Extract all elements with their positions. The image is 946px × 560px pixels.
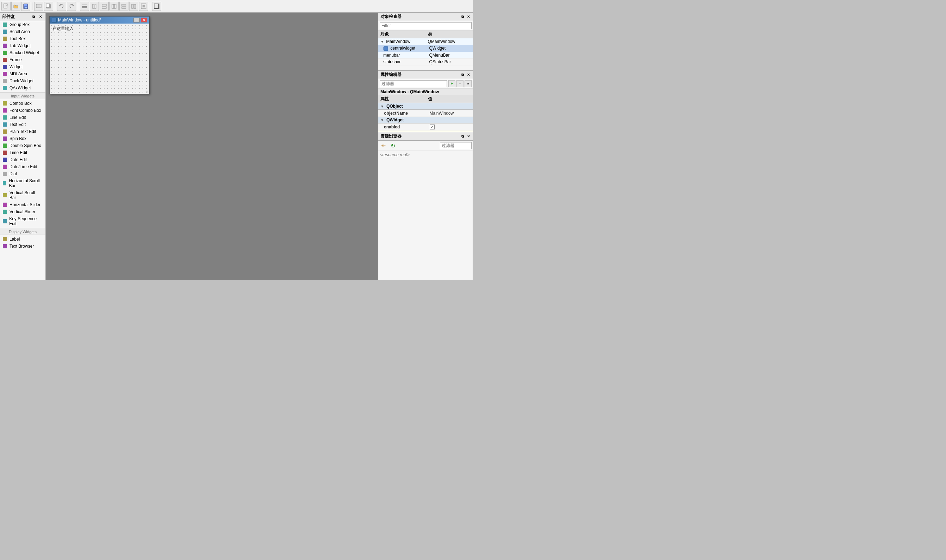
prop-row-geometry[interactable]: ▶geometry [(0, 0), 519 x 374]: [378, 131, 473, 132]
enabled-checkbox[interactable]: ✓: [430, 125, 434, 129]
prop-add-icon[interactable]: +: [448, 80, 455, 87]
window-resize-handle[interactable]: ⠿: [146, 91, 148, 93]
prop-row-object-name[interactable]: objectName MainWindow: [378, 110, 473, 117]
toolbar-copy-btn[interactable]: [44, 2, 53, 11]
window-content[interactable]: 在这里输入 ⠿: [49, 23, 149, 94]
widget-item-tool-box[interactable]: Tool Box: [0, 35, 45, 42]
resource-filter-input[interactable]: [440, 142, 471, 149]
svg-rect-20: [132, 4, 133, 8]
widget-item-combo-box[interactable]: Combo Box: [0, 100, 45, 107]
widget-item-date-time-edit[interactable]: Date/Time Edit: [0, 163, 45, 170]
widget-item-key-sequence-edit[interactable]: Key Sequence Edit: [0, 215, 45, 227]
prop-section-qwidget[interactable]: ▼ QWidget: [378, 117, 473, 123]
prop-col-property: 属性: [378, 95, 426, 103]
widget-item-label[interactable]: Label: [0, 236, 45, 243]
window-title-left: MainWindow - untitled*: [52, 18, 101, 23]
prop-value-objectname[interactable]: MainWindow: [428, 111, 473, 116]
qobject-section-label: QObject: [387, 104, 403, 109]
inspector-obj-mainwindow: ▼ MainWindow: [378, 38, 426, 45]
property-editor-close-btn[interactable]: ✕: [466, 72, 471, 77]
widget-item-vertical-scroll-bar[interactable]: Vertical Scroll Bar: [0, 189, 45, 201]
inspector-row-statusbar[interactable]: statusbar QStatusBar: [378, 59, 473, 65]
property-editor-float-btn[interactable]: ⧉: [460, 72, 465, 77]
widget-item-qax-widget[interactable]: QAxWidget: [0, 85, 45, 91]
toolbar-align6-btn[interactable]: [129, 2, 138, 11]
widget-item-widget[interactable]: Widget: [0, 63, 45, 70]
resource-refresh-btn[interactable]: ↻: [389, 142, 397, 149]
widget-item-dial[interactable]: Dial: [0, 170, 45, 177]
inspector-row-mainwindow[interactable]: ▼ MainWindow QMainWindow: [378, 38, 473, 45]
toolbar-redo-btn[interactable]: [67, 2, 76, 11]
prop-edit-icon[interactable]: ✏: [465, 80, 471, 87]
time-edit-icon: [3, 151, 7, 155]
window-titlebar[interactable]: MainWindow - untitled* ─ ✕: [49, 17, 149, 23]
resource-browser-float-btn[interactable]: ⧉: [460, 134, 465, 139]
widget-item-label: Frame: [9, 57, 22, 62]
inspector-row-menubar[interactable]: menubar QMenuBar: [378, 52, 473, 59]
widget-item-text-browser[interactable]: Text Browser: [0, 243, 45, 250]
resource-browser-header: 资源浏览器 ⧉ ✕: [378, 132, 473, 141]
widget-item-text-edit[interactable]: Text Edit: [0, 121, 45, 128]
widget-box-close-btn[interactable]: ✕: [38, 14, 43, 20]
widget-item-dock-widget[interactable]: Dock Widget: [0, 77, 45, 85]
widget-item-vertical-slider[interactable]: Vertical Slider: [0, 208, 45, 215]
resource-browser-close-btn[interactable]: ✕: [466, 134, 471, 139]
window-close-btn[interactable]: ✕: [141, 18, 147, 23]
mainwindow-label: MainWindow: [386, 39, 410, 44]
resource-pencil-btn[interactable]: ✏: [380, 142, 387, 149]
resource-browser-header-icons: ⧉ ✕: [460, 134, 471, 139]
object-inspector-close-btn[interactable]: ✕: [466, 14, 471, 19]
horizontal-slider-icon: [3, 203, 7, 207]
widget-item-horizontal-scroll-bar[interactable]: Horizontal Scroll Bar: [0, 177, 45, 189]
toolbar-sep-2: [55, 3, 55, 10]
inspector-row-centralwidget[interactable]: centralwidget QWidget: [378, 45, 473, 52]
widget-item-font-combo-box[interactable]: Font Combo Box: [0, 107, 45, 114]
tab-widget-icon: [3, 44, 7, 48]
toolbar-new-btn[interactable]: [2, 2, 11, 11]
statusbar-label: statusbar: [383, 60, 401, 65]
widget-item-mdi-area[interactable]: MDI Area: [0, 70, 45, 77]
widget-item-spin-box[interactable]: Spin Box: [0, 135, 45, 142]
inspector-class-menubar: QMenuBar: [427, 52, 473, 58]
prop-row-enabled[interactable]: enabled ✓: [378, 123, 473, 131]
object-inspector-float-btn[interactable]: ⧉: [460, 14, 465, 19]
toolbar-undo-btn[interactable]: [57, 2, 66, 11]
svg-rect-10: [82, 6, 87, 7]
widget-item-label: Spin Box: [9, 136, 26, 141]
widget-item-group-box[interactable]: Group Box: [0, 21, 45, 28]
widget-item-scroll-area[interactable]: Scroll Area: [0, 28, 45, 35]
widget-item-time-edit[interactable]: Time Edit: [0, 149, 45, 156]
designer-canvas[interactable]: MainWindow - untitled* ─ ✕ 在这里输入 ⠿: [46, 13, 378, 280]
prop-value-enabled[interactable]: ✓: [428, 124, 473, 130]
toolbar-open-btn[interactable]: [11, 2, 20, 11]
toolbar-align2-btn[interactable]: [90, 2, 99, 11]
vertical-scroll-bar-icon: [3, 193, 7, 197]
toolbar-align4-btn[interactable]: [109, 2, 119, 11]
widget-box-float-btn[interactable]: ⧉: [31, 14, 36, 20]
resource-tree[interactable]: <resource root>: [378, 151, 473, 280]
object-inspector-filter-input[interactable]: [380, 22, 471, 29]
widget-item-line-edit[interactable]: Line Edit: [0, 114, 45, 121]
widget-item-stacked-widget[interactable]: Stacked Widget: [0, 49, 45, 56]
toolbar-cut-btn[interactable]: [34, 2, 43, 11]
window-minimize-btn[interactable]: ─: [133, 18, 140, 23]
widget-item-date-edit[interactable]: Date Edit: [0, 156, 45, 163]
toolbar-save-btn[interactable]: [21, 2, 30, 11]
svg-rect-16: [112, 4, 114, 8]
dial-icon: [3, 172, 7, 176]
widget-item-double-spin-box[interactable]: Double Spin Box: [0, 142, 45, 149]
property-filter-input[interactable]: [380, 80, 447, 87]
widget-item-frame[interactable]: Frame: [0, 56, 45, 63]
toolbar-align3-btn[interactable]: [100, 2, 109, 11]
inspector-obj-centralwidget: centralwidget: [378, 45, 427, 52]
widget-item-plain-text-edit[interactable]: Plain Text Edit: [0, 128, 45, 135]
widget-item-horizontal-slider[interactable]: Horizontal Slider: [0, 201, 45, 208]
prop-remove-icon[interactable]: −: [456, 80, 464, 87]
widget-item-tab-widget[interactable]: Tab Widget: [0, 42, 45, 49]
toolbar-align7-btn[interactable]: [139, 2, 148, 11]
toolbar-align1-btn[interactable]: [80, 2, 89, 11]
toolbar-align5-btn[interactable]: [119, 2, 128, 11]
toolbar-resize-btn[interactable]: [152, 2, 161, 11]
prop-section-qobject[interactable]: ▼ QObject: [378, 103, 473, 110]
widget-item-label: Tab Widget: [9, 43, 31, 48]
